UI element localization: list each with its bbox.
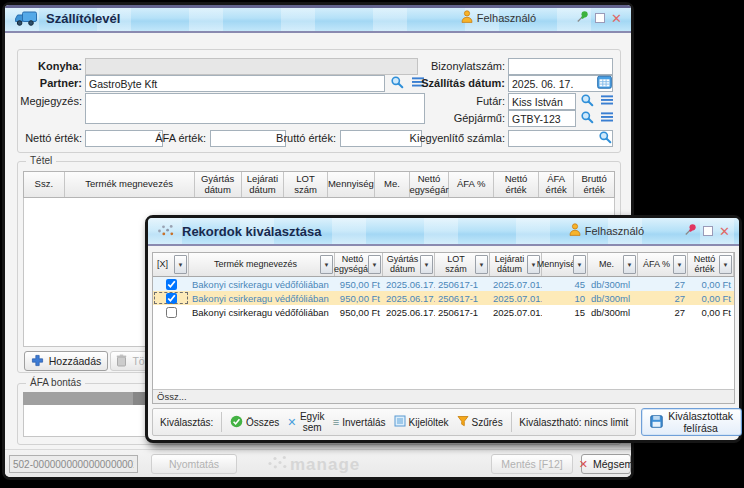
tetel-col-lot[interactable]: LOT szám [284, 172, 328, 197]
check-circle-icon [230, 415, 243, 430]
tetel-col-me[interactable]: Me. [375, 172, 410, 197]
row-checkbox[interactable] [166, 293, 177, 304]
print-button[interactable]: Nyomtatás [151, 454, 237, 474]
tetel-col-lejarati-label: Lejárati dátum [243, 174, 282, 195]
afa-ertek-label: ÁFA érték: [148, 132, 206, 144]
user-label: Felhasználó [477, 12, 536, 24]
afa-bontas-group-label: ÁFA bontás [26, 377, 85, 388]
tetel-col-brutto-ertek[interactable]: Bruttó érték [574, 172, 614, 197]
grid-col-lot-header[interactable]: LOT szám▼ [435, 253, 490, 276]
manage-watermark-text: manage [290, 455, 360, 475]
grid-row-2-selected[interactable]: Bakonyi csirkeragu védőfóliában 950,00 F… [153, 291, 734, 305]
row-checkbox[interactable] [166, 307, 177, 318]
cell-lot: 250617-1 [435, 291, 490, 305]
selected-only-button[interactable]: Kijelöltek [394, 415, 449, 429]
cell-quantity: 15 [542, 305, 588, 319]
grid-col-unit-price-header[interactable]: Nettó egységár▼ [335, 253, 383, 276]
confirm-selection-button[interactable]: Kiválasztottak felírása [641, 408, 742, 436]
grid-col-vat-header[interactable]: ÁFA %▼ [638, 253, 688, 276]
kiegyenlito-search-button[interactable] [596, 130, 613, 147]
chevron-down-icon: ▼ [723, 262, 729, 268]
grid-summary-label: Össz... [157, 391, 187, 402]
cancel-button[interactable]: ✕ Mégsem [581, 454, 631, 474]
grid-col-expiry-date-header[interactable]: Lejárati dátum▼ [490, 253, 542, 276]
select-none-label: Egyik sem [300, 411, 325, 433]
futar-search-button[interactable] [578, 93, 595, 110]
filter-dropdown-button[interactable]: ▼ [573, 255, 586, 274]
filter-dropdown-button[interactable]: ▼ [368, 255, 381, 274]
record-select-grid: [X]▼ Termék megnevezés▼ Nettó egységár▼ … [152, 252, 735, 404]
grid-col-quantity-header[interactable]: Mennyiség▼ [542, 253, 588, 276]
filter-dropdown-button[interactable]: ▼ [320, 255, 333, 274]
gepjarmu-search-button[interactable] [578, 110, 595, 127]
add-item-button[interactable]: Hozzáadás [24, 351, 108, 371]
restore-button[interactable] [595, 13, 605, 23]
cell-unit-price: 950,00 Ft [335, 291, 383, 305]
selection-label: Kiválasztás: [160, 417, 213, 428]
tetel-col-mennyiseg-label: Mennyiség [328, 179, 374, 190]
manage-watermark: manage [267, 454, 360, 475]
tetel-col-netto-ertek[interactable]: Nettó érték [494, 172, 539, 197]
grid-col-net-value-header[interactable]: Nettó érték▼ [688, 253, 734, 276]
select-none-button[interactable]: ✕ Egyik sem [287, 411, 324, 433]
red-x-icon: ✕ [579, 459, 588, 470]
grid-row-1[interactable]: Bakonyi csirkeragu védőfóliában 950,00 F… [153, 277, 734, 291]
document-code-field[interactable] [9, 455, 138, 473]
futar-list-button[interactable] [598, 93, 615, 110]
invert-selection-button[interactable]: ≡ Invertálás [333, 417, 386, 428]
tetel-col-gyartas[interactable]: Gyártás dátum [195, 172, 242, 197]
tetel-col-netto-egysegar-label: Nettó egységár [410, 174, 449, 195]
row-checkbox[interactable] [166, 279, 177, 290]
cell-lot: 250617-1 [435, 305, 490, 319]
grid-col-production-date-header[interactable]: Gyártás dátum▼ [383, 253, 435, 276]
partner-field[interactable] [85, 75, 385, 92]
dialog-bottom-row: Kiválasztás: Összes ✕ Egyik sem ≡ Invert… [152, 408, 735, 436]
bizonylatszam-field[interactable] [508, 58, 613, 75]
filter-dropdown-button[interactable]: ▼ [475, 255, 488, 274]
grid-col-checkbox-header[interactable]: [X]▼ [153, 253, 189, 276]
tetel-col-netto-egysegar[interactable]: Nettó egységár [410, 172, 450, 197]
futar-field[interactable] [508, 93, 576, 110]
tetel-col-mennyiseg[interactable]: Mennyiség [328, 172, 375, 197]
cell-quantity: 10 [542, 291, 588, 305]
row-checkbox-cell [153, 305, 189, 319]
filter-dropdown-button[interactable]: ▼ [673, 255, 686, 274]
dialog-body: [X]▼ Termék megnevezés▼ Nettó egységár▼ … [148, 248, 739, 440]
grid-col-unit-header[interactable]: Me.▼ [588, 253, 638, 276]
gepjarmu-field[interactable] [508, 110, 576, 127]
dialog-restore-button[interactable] [703, 226, 713, 236]
konyha-label: Konyha: [18, 60, 82, 72]
tetel-col-lejarati[interactable]: Lejárati dátum [242, 172, 284, 197]
dialog-close-button[interactable]: ✕ [719, 226, 730, 237]
filter-dropdown-button[interactable]: ▼ [719, 255, 732, 274]
tetel-col-termek[interactable]: Termék megnevezés [65, 172, 195, 197]
cell-product-name: Bakonyi csirkeragu védőfóliában [189, 277, 335, 291]
megjegyzes-field[interactable] [85, 93, 425, 124]
grid-col-lot-label: LOT szám [437, 255, 475, 275]
grid-row-3[interactable]: Bakonyi csirkeragu védőfóliában 950,00 F… [153, 305, 734, 319]
tetel-col-afa-szazalek[interactable]: ÁFA % [449, 172, 494, 197]
calendar-button[interactable] [597, 76, 612, 91]
cell-unit-price: 950,00 Ft [335, 305, 383, 319]
filter-dropdown-button[interactable]: ▼ [174, 255, 187, 274]
gepjarmu-list-button[interactable] [598, 110, 615, 127]
filter-button[interactable]: Szűrés [457, 415, 503, 429]
konyha-field[interactable] [85, 58, 418, 75]
tetel-col-ssz[interactable]: Ssz. [24, 172, 65, 197]
grid-col-product-label: Termék megnevezés [214, 260, 297, 270]
save-button[interactable]: Mentés [F12] [491, 454, 573, 474]
netto-ertek-label: Nettó érték: [18, 132, 82, 144]
cell-net-value: 0,00 Ft [688, 305, 734, 319]
filter-dropdown-button[interactable]: ▼ [623, 255, 636, 274]
dialog-pin-icon[interactable] [684, 222, 697, 240]
select-all-button[interactable]: Összes [230, 415, 279, 430]
filter-dropdown-button[interactable]: ▼ [420, 255, 433, 274]
chevron-down-icon: ▼ [424, 262, 430, 268]
list-icon [600, 94, 614, 109]
pin-icon[interactable] [576, 9, 589, 27]
tetel-col-afa-ertek[interactable]: ÁFA érték [539, 172, 574, 197]
close-button[interactable]: ✕ [611, 13, 622, 24]
futar-label: Futár: [395, 95, 505, 107]
cell-unit: db/300ml [588, 305, 638, 319]
grid-col-product-header[interactable]: Termék megnevezés▼ [189, 253, 335, 276]
